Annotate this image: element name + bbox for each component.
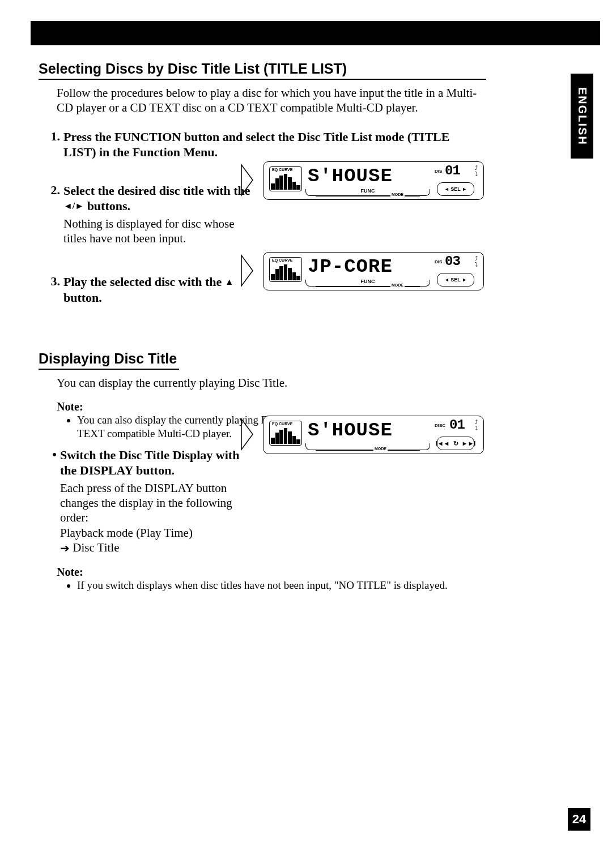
eq-curve-box: EQ CURVE (269, 421, 302, 446)
func-label: FUNC (359, 279, 377, 284)
display-illustration-1: EQ CURVE S'HOUSE FUNC MODE DIS 01 ⤴⤵ ◄ S… (240, 161, 484, 202)
updown-icon: ⤴⤵ (475, 165, 478, 177)
page-content: Selecting Discs by Disc Title List (TITL… (39, 61, 486, 592)
loop-icon: ↻ (453, 440, 458, 447)
bullet-desc1: Each press of the DISPLAY button changes… (60, 481, 247, 525)
disc-number: 01 (445, 163, 460, 178)
eq-curve-label: EQ CURVE (272, 168, 292, 172)
disc-number: 03 (445, 254, 460, 269)
step2-title-pre: Select the desired disc title with the (63, 183, 250, 198)
lcd-frame: EQ CURVE JP-CORE FUNC MODE DIS 03 ⤴⤵ ◄ S… (263, 252, 484, 290)
note2-list: If you switch displays when disc titles … (67, 579, 486, 592)
disc-label: DIS (435, 169, 442, 174)
lcd-main-text: JP-CORE (308, 256, 393, 277)
note-label: Note: (57, 566, 486, 579)
mode-label: MODE (373, 447, 388, 451)
lcd-underline: FUNC MODE (305, 189, 430, 197)
cursor-right-icon (240, 418, 254, 451)
left-right-triangle-icon: ◄/► (63, 200, 84, 212)
next-track-icon: ►►I (462, 440, 476, 447)
eq-bars-icon (271, 264, 300, 280)
section2-title: Displaying Disc Title (39, 350, 179, 370)
lcd-frame: EQ CURVE S'HOUSE MODE DISC 01 ⤴⤵ I◄◄ ↻ ►… (263, 416, 484, 454)
step3-title-post: button. (63, 290, 102, 305)
disc-number: 01 (449, 417, 465, 433)
bullet-title: Switch the Disc Title Display with the D… (60, 447, 247, 478)
eq-curve-box: EQ CURVE (269, 257, 302, 282)
section2: Displaying Disc Title You can display th… (39, 350, 486, 592)
lcd-main-text: S'HOUSE (308, 420, 393, 441)
up-triangle-icon: ▲ (225, 276, 234, 288)
bullet-desc3: ➔ Disc Title (60, 540, 247, 555)
language-label: ENGLISH (576, 87, 589, 146)
disc-label: DIS (435, 259, 442, 264)
lcd-right-cluster: DIS 01 ⤴⤵ ◄ SEL ► (435, 164, 479, 197)
cursor-right-icon (240, 164, 254, 196)
lcd-frame: EQ CURVE S'HOUSE FUNC MODE DIS 01 ⤴⤵ ◄ S… (263, 161, 484, 200)
eq-bars-icon (271, 428, 300, 444)
mode-label: MODE (390, 283, 405, 287)
page-number-value: 24 (572, 812, 586, 827)
section1-title: Selecting Discs by Disc Title List (TITL… (39, 61, 486, 80)
updown-icon: ⤴⤵ (475, 420, 478, 431)
cursor-right-icon (240, 254, 254, 287)
svg-marker-1 (241, 255, 253, 286)
note2-item: If you switch displays when disc titles … (77, 579, 486, 592)
mode-label: MODE (390, 193, 405, 196)
step-number: 3. (44, 274, 60, 305)
step-number: 2. (44, 183, 60, 246)
sel-box: ◄ SEL ► (437, 182, 474, 196)
section2-intro: You can display the currently playing Di… (57, 375, 486, 390)
step2-title: Select the desired disc title with the ◄… (63, 183, 250, 214)
lcd-underline: FUNC MODE (305, 280, 430, 288)
bullet-icon: • (49, 447, 60, 555)
step3-title-pre: Play the selected disc with the (63, 275, 225, 289)
bullet-desc3-text: Disc Title (70, 541, 120, 554)
eq-curve-label: EQ CURVE (272, 422, 292, 426)
step-number: 1. (44, 129, 60, 160)
header-black-banner (31, 21, 600, 45)
svg-marker-0 (241, 165, 253, 195)
display-illustration-2: EQ CURVE JP-CORE FUNC MODE DIS 03 ⤴⤵ ◄ S… (240, 252, 484, 293)
note-label: Note: (57, 400, 486, 413)
func-label: FUNC (359, 188, 377, 194)
section1-intro: Follow the procedures below to play a di… (57, 85, 486, 116)
skip-box: I◄◄ ↻ ►►I (437, 437, 474, 450)
display-illustration-3: EQ CURVE S'HOUSE MODE DISC 01 ⤴⤵ I◄◄ ↻ ►… (240, 416, 484, 456)
bullet-desc2: Playback mode (Play Time) (60, 525, 247, 540)
step1-title: Press the FUNCTION button and select the… (63, 129, 460, 160)
eq-bars-icon (271, 174, 300, 190)
eq-curve-label: EQ CURVE (272, 258, 292, 262)
bullet-step: • Switch the Disc Title Display with the… (49, 447, 486, 555)
page-number: 24 (568, 808, 590, 831)
right-arrow-icon: ➔ (60, 541, 70, 555)
sel-box: ◄ SEL ► (437, 273, 474, 287)
step2-desc: Nothing is displayed for disc whose titl… (63, 216, 250, 246)
step2-title-post: buttons. (84, 199, 130, 213)
step3-title: Play the selected disc with the ▲ button… (63, 274, 250, 305)
eq-curve-box: EQ CURVE (269, 166, 302, 191)
lcd-right-cluster: DIS 03 ⤴⤵ ◄ SEL ► (435, 255, 479, 288)
lcd-right-cluster: DISC 01 ⤴⤵ I◄◄ ↻ ►►I (435, 418, 479, 451)
language-tab: ENGLISH (571, 74, 593, 159)
svg-marker-2 (241, 419, 253, 450)
prev-track-icon: I◄◄ (436, 440, 450, 447)
lcd-underline: MODE (305, 443, 430, 451)
disc-label: DISC (435, 423, 445, 428)
step-1: 1. Press the FUNCTION button and select … (44, 129, 486, 160)
updown-icon: ⤴⤵ (475, 256, 478, 267)
lcd-main-text: S'HOUSE (308, 165, 393, 187)
